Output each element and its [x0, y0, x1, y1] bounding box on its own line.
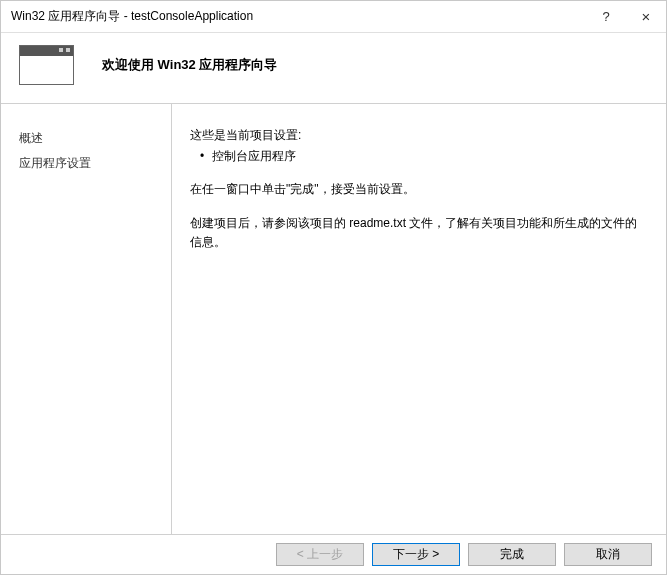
content-paragraph-2: 创建项目后，请参阅该项目的 readme.txt 文件，了解有关项目功能和所生成… — [190, 214, 644, 252]
content-paragraph-1: 在任一窗口中单击"完成"，接受当前设置。 — [190, 180, 644, 199]
titlebar-controls: ? × — [596, 8, 656, 25]
cancel-button[interactable]: 取消 — [564, 543, 652, 566]
sidebar: 概述 应用程序设置 — [1, 104, 171, 534]
help-button[interactable]: ? — [596, 9, 616, 24]
content-area: 这些是当前项目设置: 控制台应用程序 在任一窗口中单击"完成"，接受当前设置。 … — [171, 104, 666, 534]
sidebar-item-overview[interactable]: 概述 — [19, 126, 171, 151]
wizard-body: 概述 应用程序设置 这些是当前项目设置: 控制台应用程序 在任一窗口中单击"完成… — [1, 104, 666, 534]
content-bullet-item: 控制台应用程序 — [190, 147, 644, 166]
window-title: Win32 应用程序向导 - testConsoleApplication — [11, 8, 596, 25]
next-button[interactable]: 下一步 > — [372, 543, 460, 566]
sidebar-item-app-settings[interactable]: 应用程序设置 — [19, 151, 171, 176]
finish-button[interactable]: 完成 — [468, 543, 556, 566]
wizard-footer: < 上一步 下一步 > 完成 取消 — [1, 534, 666, 574]
close-button[interactable]: × — [636, 8, 656, 25]
console-window-icon — [19, 45, 74, 85]
back-button: < 上一步 — [276, 543, 364, 566]
wizard-header: 欢迎使用 Win32 应用程序向导 — [1, 33, 666, 104]
content-intro: 这些是当前项目设置: — [190, 126, 644, 145]
wizard-window: Win32 应用程序向导 - testConsoleApplication ? … — [0, 0, 667, 575]
wizard-title: 欢迎使用 Win32 应用程序向导 — [102, 56, 277, 74]
titlebar: Win32 应用程序向导 - testConsoleApplication ? … — [1, 1, 666, 33]
